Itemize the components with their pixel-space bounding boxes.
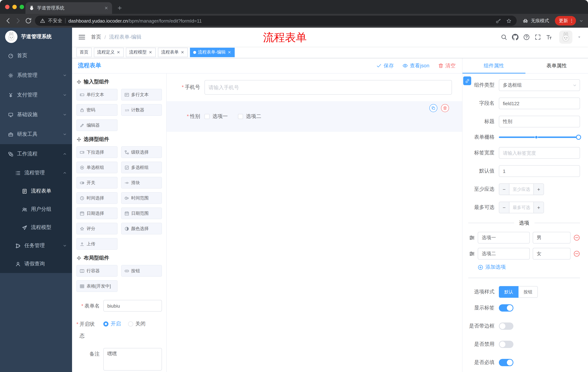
tag-process-form-edit[interactable]: 流程表单-编辑 bbox=[190, 47, 235, 57]
app-logo[interactable]: 芋道管理系统 bbox=[0, 28, 72, 46]
sidebar-item-process-form[interactable]: 流程表单 bbox=[0, 182, 72, 200]
palette-item-slider[interactable]: 滑块 bbox=[121, 177, 162, 189]
sidebar-item-home[interactable]: 首页 bbox=[0, 46, 72, 65]
gender-option-1-checkbox[interactable]: 选项一 bbox=[204, 113, 228, 120]
palette-item-editor[interactable]: 编辑器 bbox=[76, 119, 117, 131]
sidebar-item-dev-tools[interactable]: 研发工具 bbox=[0, 125, 72, 144]
github-icon[interactable] bbox=[512, 34, 518, 40]
component-type-select[interactable]: 多选框组 bbox=[499, 79, 580, 91]
option-drag-icon[interactable] bbox=[469, 251, 475, 257]
tag-process-definition[interactable]: 流程定义 bbox=[94, 47, 124, 57]
form-grid-slider[interactable] bbox=[499, 137, 578, 138]
option-1-value-input[interactable] bbox=[533, 232, 570, 244]
search-icon[interactable] bbox=[501, 34, 507, 40]
sidebar-item-process-manage[interactable]: 流程管理 bbox=[0, 164, 72, 182]
palette-item-row-container[interactable]: 行容器 bbox=[76, 265, 117, 277]
palette-item-time-range[interactable]: 时间范围 bbox=[121, 192, 162, 204]
sidebar-item-workflow[interactable]: 工作流程 bbox=[0, 144, 72, 164]
tab-component-props[interactable]: 组件属性 bbox=[462, 58, 525, 73]
tab-form-props[interactable]: 表单属性 bbox=[525, 58, 588, 73]
forward-icon[interactable] bbox=[15, 17, 22, 24]
decrease-button[interactable]: − bbox=[499, 184, 509, 195]
style-default-button[interactable]: 默认 bbox=[499, 286, 518, 298]
save-button[interactable]: 保存 bbox=[377, 63, 394, 69]
browser-update-button[interactable]: 更新 bbox=[555, 16, 576, 25]
window-zoom-button[interactable] bbox=[20, 5, 24, 9]
tag-close-icon[interactable] bbox=[148, 50, 152, 54]
breadcrumb-home[interactable]: 首页 bbox=[91, 34, 101, 40]
user-avatar[interactable] bbox=[559, 31, 572, 44]
phone-input[interactable] bbox=[204, 80, 452, 95]
option-2-label-input[interactable] bbox=[478, 248, 530, 260]
back-icon[interactable] bbox=[4, 17, 12, 24]
sidebar-item-system-manage[interactable]: 系统管理 bbox=[0, 65, 72, 85]
palette-item-time-picker[interactable]: 时间选择 bbox=[76, 192, 117, 204]
form-name-input[interactable] bbox=[103, 300, 162, 312]
tag-close-icon[interactable] bbox=[116, 50, 120, 54]
address-bar[interactable]: 不安全 dashboard.yudao.iocoder.cn/bpm/manag… bbox=[35, 16, 517, 26]
tab-close-icon[interactable] bbox=[104, 6, 108, 10]
disabled-switch[interactable] bbox=[499, 341, 514, 348]
palette-item-upload[interactable]: 上传 bbox=[76, 238, 117, 250]
decrease-button[interactable]: − bbox=[499, 202, 509, 213]
palette-item-rate[interactable]: 评分 bbox=[76, 223, 117, 234]
sidebar-item-leave-query[interactable]: 请假查询 bbox=[0, 255, 72, 273]
palette-item-date-picker[interactable]: 日期选择 bbox=[76, 207, 117, 219]
phone-field[interactable]: *手机号 bbox=[167, 80, 462, 95]
help-icon[interactable] bbox=[523, 34, 530, 40]
toolbar-caret-icon[interactable] bbox=[579, 18, 584, 23]
gender-field-selected[interactable]: *性别 选项一 选项二 bbox=[167, 101, 462, 132]
security-warning-icon[interactable] bbox=[40, 18, 45, 23]
palette-item-counter[interactable]: 123计数器 bbox=[121, 104, 162, 116]
palette-item-cascader[interactable]: 级联选择 bbox=[121, 146, 162, 158]
option-2-value-input[interactable] bbox=[533, 248, 570, 260]
avatar-caret-icon[interactable] bbox=[577, 35, 581, 39]
field-name-input[interactable] bbox=[499, 97, 580, 109]
sidebar-item-user-group[interactable]: 用户分组 bbox=[0, 200, 72, 218]
remark-input[interactable]: 嘿嘿 bbox=[103, 348, 162, 371]
link-fab-button[interactable] bbox=[463, 76, 471, 85]
browser-menu-kebab-icon[interactable] bbox=[569, 18, 574, 23]
status-on-radio[interactable]: 开启 bbox=[103, 321, 121, 327]
remove-option-icon[interactable] bbox=[573, 234, 580, 241]
sidebar-item-process-model[interactable]: 流程模型 bbox=[0, 218, 72, 237]
show-label-switch[interactable] bbox=[499, 304, 514, 312]
palette-item-checkbox-group[interactable]: 多选框组 bbox=[121, 162, 162, 173]
sidebar-item-task-manage[interactable]: 任务管理 bbox=[0, 237, 72, 255]
required-switch[interactable] bbox=[499, 359, 514, 366]
label-width-input[interactable] bbox=[499, 147, 580, 159]
palette-item-multi-line-text[interactable]: 多行文本 bbox=[121, 89, 162, 100]
tag-close-icon[interactable] bbox=[227, 50, 231, 54]
sidebar-toggle-icon[interactable] bbox=[78, 33, 86, 41]
palette-item-password[interactable]: 密码 bbox=[76, 104, 117, 116]
palette-item-table[interactable]: 表格[开发中] bbox=[76, 280, 117, 292]
option-1-label-input[interactable] bbox=[478, 232, 530, 244]
gender-option-2-checkbox[interactable]: 选项二 bbox=[238, 113, 261, 120]
palette-item-radio-group[interactable]: 单选框组 bbox=[76, 162, 117, 173]
remove-option-icon[interactable] bbox=[573, 250, 580, 257]
tag-home[interactable]: 首页 bbox=[76, 47, 92, 57]
fullscreen-icon[interactable] bbox=[535, 34, 541, 40]
window-minimize-button[interactable] bbox=[12, 5, 17, 9]
status-off-radio[interactable]: 关闭 bbox=[128, 321, 146, 327]
reload-icon[interactable] bbox=[25, 17, 32, 24]
password-key-icon[interactable] bbox=[496, 18, 501, 23]
palette-item-select[interactable]: 下拉选择 bbox=[76, 146, 117, 158]
delete-field-button[interactable] bbox=[441, 104, 449, 112]
bookmark-star-icon[interactable] bbox=[506, 18, 512, 23]
palette-item-button[interactable]: 按钮 bbox=[121, 265, 162, 277]
palette-item-date-range[interactable]: 日期范围 bbox=[121, 207, 162, 219]
duplicate-field-button[interactable] bbox=[429, 104, 437, 112]
window-close-button[interactable] bbox=[5, 5, 10, 9]
style-button-button[interactable]: 按钮 bbox=[518, 286, 538, 298]
font-size-icon[interactable] bbox=[546, 34, 552, 40]
form-canvas[interactable]: *手机号 *性别 bbox=[167, 74, 462, 372]
browser-tab[interactable]: 芋道管理系统 bbox=[25, 2, 112, 14]
palette-item-switch[interactable]: 开关 bbox=[76, 177, 117, 189]
tag-process-form[interactable]: 流程表单 bbox=[158, 47, 188, 57]
palette-item-color-picker[interactable]: 颜色选择 bbox=[121, 223, 162, 234]
add-option-button[interactable]: 添加选项 bbox=[478, 264, 580, 270]
border-switch[interactable] bbox=[499, 322, 514, 330]
new-tab-button[interactable] bbox=[117, 5, 122, 11]
clear-button[interactable]: 清空 bbox=[438, 63, 456, 69]
